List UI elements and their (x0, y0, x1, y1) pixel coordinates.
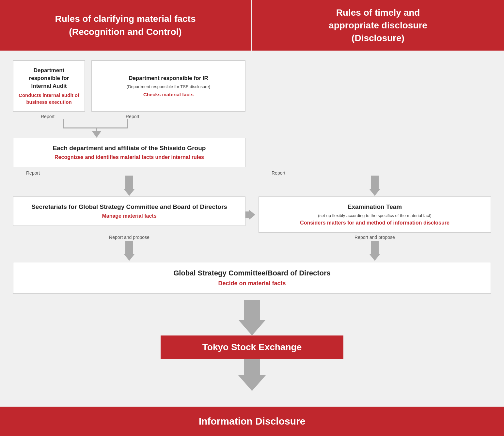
connector-row-1: Report Report (13, 112, 491, 138)
dept-ir-box: Department responsible for IR (Departmen… (91, 60, 245, 112)
main-content: Department responsible for Internal Audi… (0, 51, 504, 407)
header-right-title: Rules of timely and appropriate disclosu… (329, 6, 427, 45)
dept-ir-title: Department responsible for IR (129, 74, 208, 82)
connector-row-2: Report Report (13, 167, 491, 196)
tse-box: Tokyo Stock Exchange (161, 335, 343, 359)
global-strategy-action: Decide on material facts (21, 280, 483, 287)
report-propose-left: Report and propose (13, 233, 252, 262)
arrow-down-left-2 (124, 176, 134, 196)
secretariats-box: Secretariats for Global Strategy Committ… (13, 196, 245, 226)
arrow-shaft-propose-right (371, 241, 379, 254)
arrow-to-tse (13, 294, 491, 335)
report-label-3: Report (26, 170, 40, 176)
examination-subtitle: (set up flexibly according to the specif… (267, 213, 483, 218)
header-left-title: Rules of clarifying material facts (Reco… (55, 12, 196, 38)
dept-boxes-inner: Department responsible for Internal Audi… (13, 60, 245, 112)
shiseido-row: Each department and affiliate of the Shi… (13, 138, 491, 167)
big-head-2 (238, 375, 266, 391)
col-right-top (252, 60, 491, 112)
arrow-down-propose-left (124, 241, 134, 262)
arrow-down-propose-right (370, 241, 380, 262)
horiz-arrow-shaft (245, 211, 249, 218)
arrow-to-disclosure (13, 359, 491, 391)
connector-right-2: Report (252, 167, 491, 196)
big-arrow-down (238, 300, 266, 335)
arrow-head-propose-left (124, 254, 134, 261)
shiseido-right-empty (252, 138, 491, 167)
shiseido-box: Each department and affiliate of the Shi… (13, 138, 245, 167)
header-right: Rules of timely and appropriate disclosu… (252, 0, 504, 51)
report-propose-label-1: Report and propose (109, 235, 150, 240)
horiz-arrow-head (249, 210, 255, 220)
header-left: Rules of clarifying material facts (Reco… (0, 0, 252, 51)
horizontal-arrow-container (245, 210, 255, 220)
global-strategy-title: Global Strategy Committee/Board of Direc… (21, 269, 483, 277)
svg-text:Report: Report (126, 114, 139, 119)
secretariats-action: Manage material facts (21, 213, 237, 219)
big-shaft-2 (244, 359, 260, 375)
arrow-head-left-2 (124, 189, 134, 196)
report-right-2: Report (259, 167, 491, 176)
dept-internal-audit-action: Conducts internal audit of business exec… (19, 92, 79, 105)
shiseido-action: Recognizes and identifies material facts… (21, 154, 237, 160)
arrow-head-right-2 (370, 189, 380, 196)
report-propose-right: Report and propose (252, 233, 491, 262)
connector-right-1 (252, 112, 491, 138)
dept-ir-subtitle: (Department responsible for TSE disclosu… (127, 84, 210, 89)
big-arrow-shaft (244, 300, 260, 320)
arrow-shaft-propose-left (125, 241, 133, 254)
col-left-top: Department responsible for Internal Audi… (13, 60, 252, 112)
examination-box: Examination Team (set up flexibly accord… (259, 196, 491, 233)
arrow-head-propose-right (370, 254, 380, 261)
secretariats-title: Secretariats for Global Strategy Committ… (21, 203, 237, 210)
info-disclosure-text: Information Disclosure (9, 416, 495, 427)
arrow-shaft-left-2 (125, 176, 133, 189)
arrow-shaft-right-2 (371, 176, 379, 189)
report-propose-row: Report and propose Report and propose (13, 233, 491, 262)
shiseido-title: Each department and affiliate of the Shi… (21, 145, 237, 152)
middle-boxes-row: Secretariats for Global Strategy Committ… (13, 196, 491, 233)
global-strategy-box: Global Strategy Committee/Board of Direc… (13, 262, 491, 294)
dept-boxes-row: Department responsible for Internal Audi… (13, 60, 491, 112)
svg-marker-6 (92, 131, 101, 138)
dept-internal-audit-box: Department responsible for Internal Audi… (13, 60, 85, 112)
connector-left-1: Report Report (13, 112, 252, 138)
dept-ir-action: Checks material facts (143, 91, 194, 98)
connector-left-2: Report (13, 167, 252, 196)
info-disclosure-bar: Information Disclosure (0, 407, 504, 436)
tse-title: Tokyo Stock Exchange (167, 342, 337, 352)
global-strategy-row: Global Strategy Committee/Board of Direc… (13, 262, 491, 294)
examination-title: Examination Team (267, 203, 483, 210)
report-label-4: Report (272, 170, 285, 176)
page: Rules of clarifying material facts (Reco… (0, 0, 504, 436)
diagram-wrapper: Department responsible for Internal Audi… (13, 60, 491, 391)
secretariats-col: Secretariats for Global Strategy Committ… (13, 196, 252, 233)
report-propose-label-2: Report and propose (354, 235, 395, 240)
connector-svg-left: Report Report (13, 112, 245, 138)
big-arrow-down-2 (238, 359, 266, 391)
arrow-down-right-2 (370, 176, 380, 196)
big-arrow-head (238, 320, 266, 335)
tse-row: Tokyo Stock Exchange (13, 335, 491, 359)
report-left-2: Report (13, 167, 245, 176)
examination-action: Considers matters for and method of info… (267, 220, 483, 226)
dept-internal-audit-title: Department responsible for Internal Audi… (19, 67, 79, 90)
svg-text:Report: Report (41, 114, 55, 119)
header-row: Rules of clarifying material facts (Reco… (0, 0, 504, 51)
shiseido-col: Each department and affiliate of the Shi… (13, 138, 252, 167)
examination-col: Examination Team (set up flexibly accord… (252, 196, 491, 233)
